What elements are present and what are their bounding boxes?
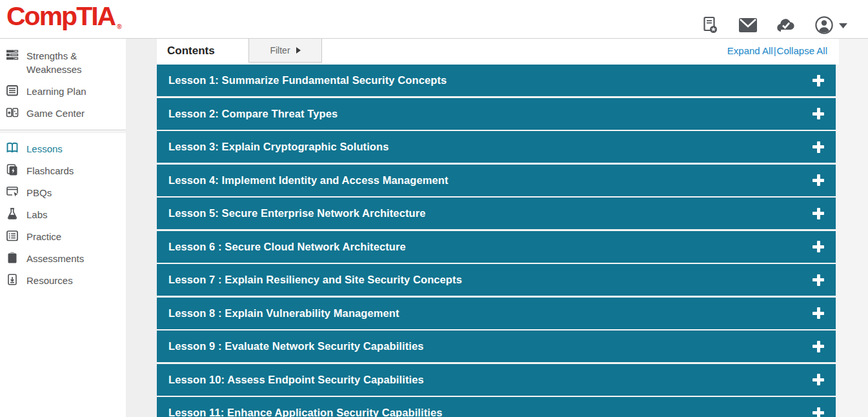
report-icon[interactable] (700, 15, 720, 35)
sidebar-item-practice[interactable]: Practice (0, 225, 126, 247)
content-header: Contents Filter Expand All | Collapse Al… (157, 39, 839, 65)
sidebar-item-assessments[interactable]: Assessments (0, 247, 126, 269)
flashcards-icon (6, 163, 19, 176)
lesson-title: Lesson 1: Summarize Fundamental Security… (168, 74, 447, 86)
filter-caret-icon (296, 47, 301, 54)
expand-plus-icon[interactable] (812, 341, 824, 352)
sidebar-item-label: Resources (26, 273, 73, 287)
expand-collapse-controls: Expand All | Collapse All (727, 45, 827, 56)
sidebar-item-label: Flashcards (26, 163, 74, 178)
labs-icon (6, 207, 19, 220)
lesson-title: Lesson 2: Compare Threat Types (168, 108, 338, 120)
filter-button-label: Filter (270, 45, 290, 56)
lesson-accordion-row[interactable]: Lesson 4: Implement Identity and Access … (157, 165, 836, 196)
expand-plus-icon[interactable] (812, 307, 824, 319)
lesson-title: Lesson 3: Explain Cryptographic Solution… (168, 141, 389, 153)
lesson-accordion-row[interactable]: Lesson 2: Compare Threat Types (157, 98, 836, 130)
expand-plus-icon[interactable] (812, 374, 824, 385)
expand-plus-icon[interactable] (812, 274, 824, 286)
assessments-icon (6, 251, 19, 264)
lessons-content-panel: Contents Filter Expand All | Collapse Al… (157, 39, 839, 417)
sidebar-content-gap (126, 39, 157, 417)
lesson-title: Lesson 4: Implement Identity and Access … (168, 174, 449, 187)
sidebar-divider (0, 130, 126, 132)
cloud-check-icon[interactable] (776, 15, 796, 35)
sidebar-nav: Strengths & Weaknesses Learning Plan Gam (0, 39, 126, 417)
learning-plan-icon (6, 84, 19, 97)
game-center-icon (6, 106, 19, 119)
sidebar-item-label: Learning Plan (26, 84, 86, 98)
header-icon-group (700, 15, 847, 35)
lesson-title: Lesson 8 : Explain Vulnerability Managem… (168, 307, 399, 320)
lesson-title: Lesson 10: Assess Endpoint Security Capa… (168, 374, 424, 386)
registered-mark: ® (117, 23, 121, 30)
sidebar-item-label: Game Center (26, 106, 85, 120)
sidebar-item-resources[interactable]: Resources (0, 269, 126, 291)
lesson-accordion-row[interactable]: Lesson 5: Secure Enterprise Network Arch… (157, 198, 836, 229)
sidebar-item-label: Assessments (26, 251, 84, 265)
expand-plus-icon[interactable] (812, 174, 824, 186)
strengths-weaknesses-icon (6, 48, 19, 61)
lesson-accordion-row[interactable]: Lesson 8 : Explain Vulnerability Managem… (157, 298, 836, 329)
sidebar-item-label: PBQs (26, 185, 52, 199)
comptia-logo[interactable]: CompTIA® (6, 1, 120, 32)
profile-icon[interactable] (814, 15, 834, 35)
lesson-accordion-row[interactable]: Lesson 11: Enhance Application Security … (157, 397, 836, 417)
practice-icon (6, 229, 19, 242)
lesson-accordion-list: Lesson 1: Summarize Fundamental Security… (157, 65, 836, 417)
mail-icon[interactable] (738, 15, 758, 35)
resources-icon (6, 273, 19, 286)
lesson-title: Lesson 9 : Evaluate Network Security Cap… (168, 340, 424, 352)
expand-plus-icon[interactable] (812, 108, 824, 119)
sidebar-item-strengths-weaknesses[interactable]: Strengths & Weaknesses (0, 45, 126, 80)
expand-plus-icon[interactable] (812, 241, 824, 252)
expand-plus-icon[interactable] (812, 75, 824, 86)
sidebar-item-label: Strengths & Weaknesses (26, 48, 117, 76)
expand-plus-icon[interactable] (812, 141, 824, 153)
top-header-bar: CompTIA® (0, 0, 868, 39)
sidebar-item-flashcards[interactable]: Flashcards (0, 159, 126, 181)
pbqs-icon (6, 185, 19, 198)
collapse-all-link[interactable]: Collapse All (777, 45, 827, 56)
lesson-accordion-row[interactable]: Lesson 7 : Explain Resiliency and Site S… (157, 264, 836, 296)
profile-menu[interactable] (814, 15, 847, 35)
lessons-icon (6, 141, 19, 154)
sidebar-item-label: Labs (26, 207, 48, 221)
lesson-accordion-row[interactable]: Lesson 9 : Evaluate Network Security Cap… (157, 331, 836, 362)
filter-button[interactable]: Filter (248, 39, 322, 63)
lesson-title: Lesson 11: Enhance Application Security … (168, 407, 443, 417)
lesson-accordion-row[interactable]: Lesson 6 : Secure Cloud Network Architec… (157, 231, 836, 263)
lesson-accordion-row[interactable]: Lesson 3: Explain Cryptographic Solution… (157, 131, 836, 163)
lesson-accordion-row[interactable]: Lesson 1: Summarize Fundamental Security… (157, 65, 836, 96)
expand-plus-icon[interactable] (812, 208, 824, 219)
lesson-accordion-row[interactable]: Lesson 10: Assess Endpoint Security Capa… (157, 364, 836, 396)
sidebar-item-pbqs[interactable]: PBQs (0, 181, 126, 203)
lesson-title: Lesson 6 : Secure Cloud Network Architec… (168, 241, 406, 253)
caret-down-icon[interactable] (839, 19, 847, 31)
page-title: Contents (167, 45, 215, 57)
lesson-title: Lesson 5: Secure Enterprise Network Arch… (168, 207, 426, 219)
expand-plus-icon[interactable] (812, 407, 824, 417)
sidebar-item-labs[interactable]: Labs (0, 203, 126, 225)
expand-all-link[interactable]: Expand All (727, 45, 773, 56)
lesson-title: Lesson 7 : Explain Resiliency and Site S… (168, 274, 462, 286)
sidebar-item-label: Lessons (26, 141, 63, 156)
sidebar-item-game-center[interactable]: Game Center (0, 102, 126, 124)
sidebar-item-label: Practice (26, 229, 61, 243)
sidebar-item-lessons[interactable]: Lessons (0, 137, 126, 159)
link-separator: | (774, 45, 776, 56)
sidebar-item-learning-plan[interactable]: Learning Plan (0, 80, 126, 102)
